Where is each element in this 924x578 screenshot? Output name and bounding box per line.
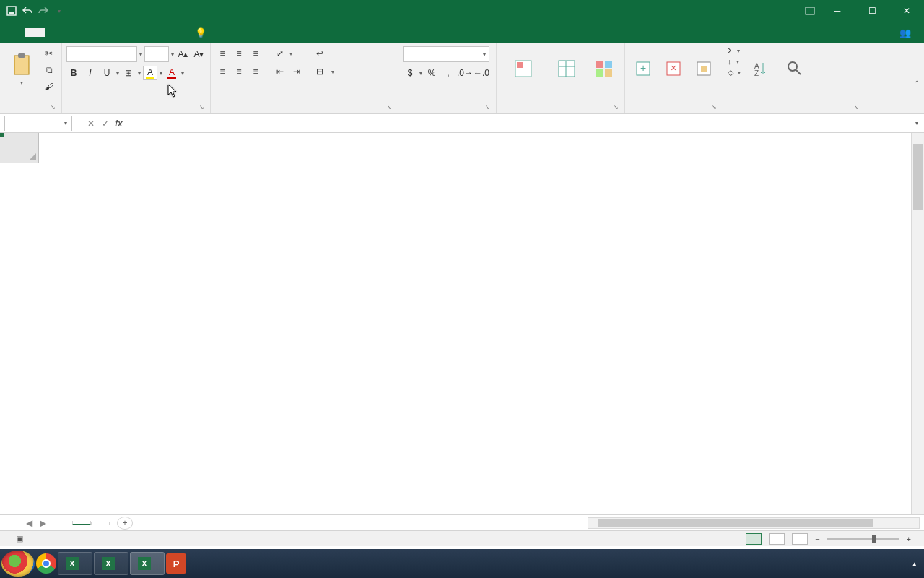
chrome-taskbar-icon[interactable] xyxy=(36,553,56,574)
zoom-slider[interactable] xyxy=(827,538,899,540)
align-top-icon[interactable]: ≡ xyxy=(215,46,230,61)
sort-filter-button[interactable]: AZ xyxy=(744,46,775,92)
maximize-button[interactable]: ☐ xyxy=(859,0,885,22)
taskbar-item-tuts[interactable]: X xyxy=(58,552,92,575)
font-color-icon[interactable]: A xyxy=(165,66,179,80)
page-layout-view-button[interactable] xyxy=(769,533,785,545)
expand-formula-bar-icon[interactable]: ▾ xyxy=(915,120,918,126)
decrease-indent-icon[interactable]: ⇤ xyxy=(273,64,287,79)
delete-cells-button[interactable]: × xyxy=(660,46,687,92)
font-size-input[interactable] xyxy=(144,46,169,62)
paste-button[interactable]: ▾ xyxy=(4,46,39,92)
sheet-tab-sales-data[interactable] xyxy=(91,522,110,525)
font-name-input[interactable] xyxy=(66,46,137,62)
sigma-icon: Σ xyxy=(728,46,733,55)
minimize-button[interactable]: ─ xyxy=(824,0,850,22)
fill-button[interactable]: ↓▾ xyxy=(728,57,741,66)
copy-icon[interactable]: ⧉ xyxy=(42,63,56,77)
tab-insert[interactable] xyxy=(45,28,65,37)
format-as-table-button[interactable] xyxy=(548,46,585,92)
cancel-formula-icon[interactable]: ✕ xyxy=(87,118,95,129)
horizontal-scrollbar[interactable] xyxy=(588,517,920,529)
tab-formulas[interactable] xyxy=(85,28,105,37)
start-button[interactable] xyxy=(1,551,35,577)
page-break-view-button[interactable] xyxy=(792,533,808,545)
find-select-button[interactable] xyxy=(778,46,810,92)
tab-page-layout[interactable] xyxy=(65,28,85,37)
orientation-icon[interactable]: ⤢ xyxy=(273,46,287,61)
conditional-formatting-button[interactable] xyxy=(501,46,545,92)
sheet-nav-prev-icon[interactable]: ◀ xyxy=(26,518,32,528)
system-tray[interactable]: ▴ xyxy=(912,559,923,569)
italic-button[interactable]: I xyxy=(83,66,97,80)
vertical-scrollbar[interactable] xyxy=(911,133,924,514)
align-bottom-icon[interactable]: ≡ xyxy=(248,46,263,61)
collapse-ribbon-icon[interactable]: ⌃ xyxy=(914,79,920,87)
svg-line-22 xyxy=(796,70,801,74)
increase-indent-icon[interactable]: ⇥ xyxy=(289,64,304,79)
accounting-format-icon[interactable]: $ xyxy=(403,66,417,80)
cut-icon[interactable]: ✂ xyxy=(42,46,56,61)
save-icon[interactable] xyxy=(6,5,17,17)
font-name-dropdown-icon[interactable]: ▾ xyxy=(139,51,142,58)
increase-font-icon[interactable]: A▴ xyxy=(176,47,190,61)
zoom-in-button[interactable]: + xyxy=(907,535,911,543)
add-sheet-button[interactable]: + xyxy=(117,517,133,530)
align-center-icon[interactable]: ≡ xyxy=(232,64,246,79)
clear-button[interactable]: ◇▾ xyxy=(728,68,741,77)
merge-center-button[interactable]: ⊟ ▾ xyxy=(313,64,334,79)
font-size-dropdown-icon[interactable]: ▾ xyxy=(171,51,174,58)
name-box-dropdown-icon[interactable]: ▾ xyxy=(64,120,67,126)
share-button[interactable]: 👥 xyxy=(899,27,915,38)
cells-area[interactable] xyxy=(39,163,911,514)
format-painter-icon[interactable]: 🖌 xyxy=(42,79,56,94)
svg-rect-7 xyxy=(559,61,575,77)
insert-cells-button[interactable]: + xyxy=(629,46,657,92)
borders-icon[interactable]: ⊞ xyxy=(121,66,136,80)
wrap-text-button[interactable]: ↩ xyxy=(313,46,334,61)
percent-format-icon[interactable]: % xyxy=(424,66,439,80)
merge-icon: ⊟ xyxy=(313,64,327,79)
ribbon-display-icon[interactable] xyxy=(804,5,816,17)
tab-data[interactable] xyxy=(105,28,126,37)
fill-color-icon[interactable]: A xyxy=(143,66,157,80)
comma-format-icon[interactable]: , xyxy=(441,66,456,80)
show-hidden-icons-icon[interactable]: ▴ xyxy=(912,559,917,569)
tab-review[interactable] xyxy=(126,28,146,37)
autosum-button[interactable]: Σ▾ xyxy=(728,46,741,55)
taskbar-item-book1[interactable]: X xyxy=(130,552,165,575)
macro-record-icon[interactable]: ▣ xyxy=(16,534,23,543)
decrease-decimal-icon[interactable]: ←.0 xyxy=(474,66,489,80)
zoom-out-button[interactable]: − xyxy=(815,535,819,543)
close-button[interactable]: ✕ xyxy=(894,0,920,22)
tab-view[interactable] xyxy=(146,28,166,37)
qat-dropdown-icon[interactable]: ▾ xyxy=(53,5,65,17)
normal-view-button[interactable] xyxy=(746,533,762,545)
fx-icon[interactable]: fx xyxy=(115,118,123,129)
redo-icon[interactable] xyxy=(38,5,49,17)
decrease-font-icon[interactable]: A▾ xyxy=(192,47,206,61)
powerpoint-taskbar-icon[interactable]: P xyxy=(166,553,186,574)
align-left-icon[interactable]: ≡ xyxy=(215,64,230,79)
increase-decimal-icon[interactable]: .0→ xyxy=(458,66,472,80)
undo-icon[interactable] xyxy=(22,5,33,17)
fill-icon: ↓ xyxy=(728,57,732,66)
cell-styles-button[interactable] xyxy=(588,46,620,92)
align-right-icon[interactable]: ≡ xyxy=(248,64,263,79)
sheet-nav-next-icon[interactable]: ▶ xyxy=(40,518,46,528)
tab-developer[interactable] xyxy=(166,28,186,37)
tell-me[interactable]: 💡 xyxy=(195,27,211,38)
underline-button[interactable]: U xyxy=(100,66,114,80)
sheet-tab-earnings[interactable] xyxy=(72,521,91,525)
align-middle-icon[interactable]: ≡ xyxy=(232,46,246,61)
name-box[interactable]: ▾ xyxy=(4,116,72,131)
number-format-dropdown[interactable]: ▾ xyxy=(403,46,489,62)
select-all-button[interactable] xyxy=(0,133,39,163)
bold-button[interactable]: B xyxy=(66,66,81,80)
taskbar-item-math2[interactable]: X xyxy=(94,552,128,575)
format-cells-button[interactable] xyxy=(689,46,718,92)
tab-home[interactable] xyxy=(25,28,45,37)
formula-input[interactable] xyxy=(127,116,915,131)
enter-formula-icon[interactable]: ✓ xyxy=(102,118,109,129)
tab-file[interactable] xyxy=(4,28,25,37)
